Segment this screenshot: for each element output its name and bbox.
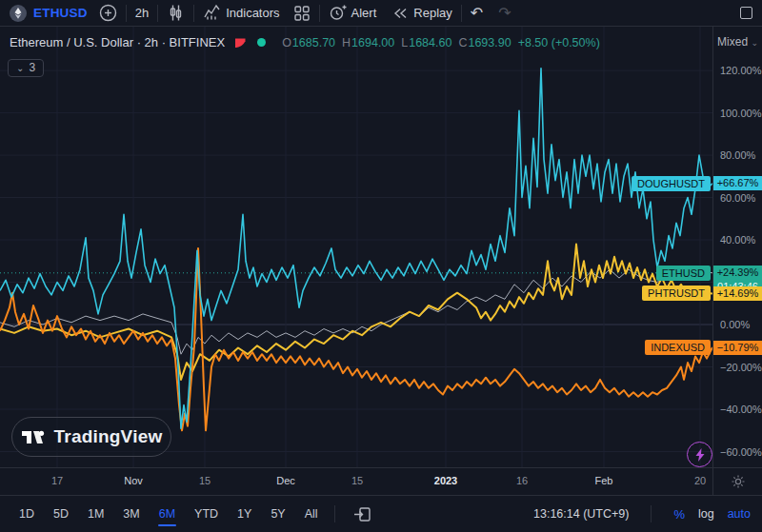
- y-axis-tick: −40.00%: [720, 404, 762, 415]
- series-label-doughusdt[interactable]: DOUGHUSDT: [632, 176, 711, 191]
- range-1d[interactable]: 1D: [11, 504, 42, 523]
- ohlc-values: O1685.70 H1694.00 L1684.60 C1693.90 +8.5…: [282, 36, 600, 49]
- divider: [157, 5, 158, 22]
- market-status-dot[interactable]: [257, 38, 266, 47]
- x-axis-tick: 15: [351, 475, 363, 486]
- divider: [651, 505, 652, 522]
- legend-collapse-count: 3: [29, 61, 35, 74]
- compare-add-icon[interactable]: [99, 4, 117, 22]
- low-value: 1684.60: [409, 36, 451, 49]
- indicators-icon: [203, 4, 221, 22]
- replay-label: Replay: [413, 6, 451, 20]
- bottom-toolbar-right: 13:16:14 (UTC+9) % log auto: [533, 505, 751, 522]
- x-axis-tick: 16: [516, 475, 528, 486]
- alert-label: Alert: [351, 6, 377, 20]
- bitfinex-logo-icon: [233, 36, 247, 49]
- indicators-button[interactable]: Indicators: [203, 4, 279, 22]
- open-value: 1685.70: [292, 36, 335, 49]
- time-axis[interactable]: 17Nov15Dec15202316Feb20: [0, 467, 712, 495]
- series-label-phtrusdt[interactable]: PHTRUSDT: [642, 286, 711, 301]
- divider: [193, 5, 194, 22]
- chart-canvas[interactable]: [0, 27, 712, 467]
- replay-button[interactable]: Replay: [391, 5, 451, 22]
- y-axis-tick: 40.00%: [720, 234, 755, 246]
- bottom-toolbar: 1D5D1M3M6MYTD1Y5YAll 13:16:14 (UTC+9) % …: [0, 495, 762, 532]
- scale-badge-indexusd[interactable]: −10.79%: [713, 341, 762, 355]
- series-line-phtrusdt[interactable]: [0, 245, 712, 380]
- chevron-down-icon: ⌄: [16, 63, 24, 73]
- close-value: 1693.90: [468, 36, 511, 49]
- alert-button[interactable]: Alert: [329, 4, 377, 22]
- ethereum-logo-icon: [10, 5, 27, 22]
- x-axis-tick: 20: [694, 475, 706, 486]
- symbol-legend: Ethereum / U.S. Dollar · 2h · BITFINEX O…: [10, 35, 600, 49]
- range-5y[interactable]: 5Y: [263, 504, 292, 523]
- indicators-label: Indicators: [226, 6, 279, 20]
- change-value: +8.50 (+0.50%): [518, 36, 600, 49]
- chart-type-candles-icon[interactable]: [167, 4, 185, 22]
- y-axis-tick: 60.00%: [720, 192, 755, 204]
- range-5d[interactable]: 5D: [46, 504, 76, 523]
- lightning-trade-icon[interactable]: [687, 442, 712, 467]
- x-axis-tick: 17: [51, 475, 63, 486]
- y-axis-tick: 0.00%: [720, 319, 750, 330]
- y-axis-tick: 100.00%: [720, 108, 761, 119]
- low-label: L: [401, 36, 408, 49]
- series-line-doughusdt[interactable]: [0, 69, 712, 428]
- x-axis-tick: 2023: [434, 475, 457, 486]
- x-axis-tick: 15: [199, 475, 211, 486]
- scale-badge-phtrusdt[interactable]: +14.69%: [713, 286, 762, 301]
- time-axis-corner[interactable]: [712, 467, 762, 495]
- date-range-switcher: 1D5D1M3M6MYTD1Y5YAll: [11, 504, 326, 523]
- tradingview-chart-window: ETHUSD 2h Indicators Alert: [0, 0, 762, 532]
- range-6m[interactable]: 6M: [151, 504, 183, 523]
- range-all[interactable]: All: [297, 504, 326, 523]
- legend-collapse-button[interactable]: ⌄ 3: [8, 59, 44, 77]
- scale-badge-doughusdt[interactable]: +66.67%: [713, 176, 762, 190]
- x-axis-tick: Nov: [124, 475, 143, 486]
- log-scale-toggle[interactable]: log: [698, 507, 714, 521]
- series-label-indexusd[interactable]: INDEXUSD: [645, 340, 711, 355]
- y-axis-tick: −20.00%: [720, 362, 762, 373]
- symbol-title[interactable]: Ethereum / U.S. Dollar · 2h · BITFINEX: [10, 35, 225, 49]
- y-axis-tick: 80.00%: [720, 149, 755, 161]
- scale-badge-ethusd[interactable]: +24.39%: [713, 266, 762, 280]
- symbol-button[interactable]: ETHUSD: [33, 6, 88, 20]
- go-to-date-icon[interactable]: [353, 506, 371, 522]
- layout-templates-icon[interactable]: [293, 5, 311, 22]
- redo-icon[interactable]: ↷: [498, 6, 511, 21]
- auto-scale-toggle[interactable]: auto: [728, 507, 751, 521]
- range-1m[interactable]: 1M: [80, 504, 111, 523]
- scale-mode-dropdown[interactable]: Mixed ⌄: [713, 35, 762, 49]
- open-label: O: [282, 36, 291, 49]
- range-3m[interactable]: 3M: [115, 504, 147, 523]
- x-axis-tick: Dec: [276, 475, 295, 486]
- y-axis-tick: 120.00%: [720, 65, 761, 76]
- series-label-ethusd[interactable]: ETHUSD: [656, 266, 711, 281]
- divider: [461, 5, 462, 22]
- interval-button[interactable]: 2h: [135, 6, 149, 20]
- divider: [126, 5, 127, 22]
- close-label: C: [458, 36, 467, 49]
- chart-plot[interactable]: Ethereum / U.S. Dollar · 2h · BITFINEX O…: [0, 27, 712, 467]
- tradingview-logo-icon: [21, 427, 48, 446]
- top-toolbar: ETHUSD 2h Indicators Alert: [0, 0, 762, 27]
- undo-icon[interactable]: ↶: [471, 6, 483, 21]
- session-sun-icon[interactable]: [731, 474, 746, 489]
- series-line-indexusd[interactable]: [0, 248, 712, 430]
- chevron-down-icon: ⌄: [751, 38, 758, 48]
- scale-mode-label: Mixed: [717, 35, 748, 49]
- divider: [334, 505, 335, 522]
- fullscreen-icon[interactable]: [740, 7, 752, 19]
- range-ytd[interactable]: YTD: [187, 504, 226, 523]
- high-label: H: [342, 36, 351, 49]
- tradingview-watermark[interactable]: TradingView: [11, 417, 171, 457]
- price-scale[interactable]: Mixed ⌄ 120.00%100.00%80.00%60.00%40.00%…: [712, 27, 762, 467]
- x-axis-tick: Feb: [595, 475, 613, 486]
- tradingview-wordmark: TradingView: [54, 426, 163, 447]
- range-1y[interactable]: 1Y: [230, 504, 259, 523]
- y-axis-tick: −60.00%: [720, 446, 762, 458]
- replay-rewind-icon: [391, 5, 409, 22]
- clock-timezone-button[interactable]: 13:16:14 (UTC+9): [533, 507, 629, 521]
- percent-scale-toggle[interactable]: %: [673, 507, 685, 522]
